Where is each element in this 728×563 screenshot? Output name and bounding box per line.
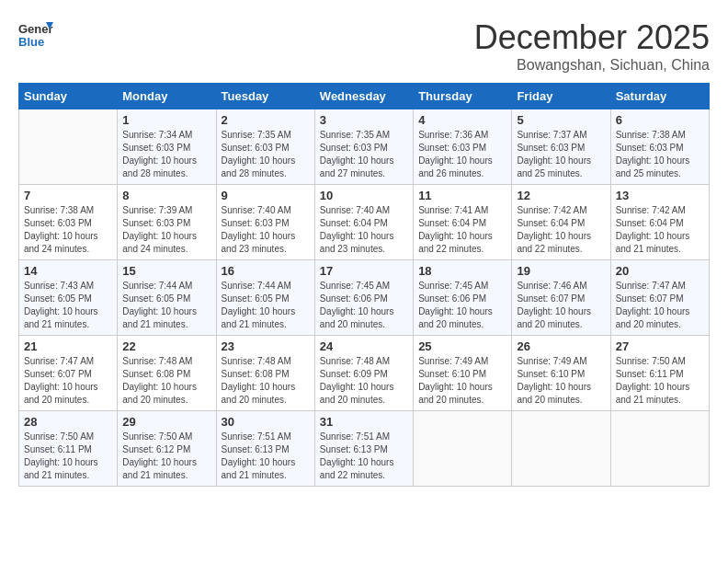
day-number: 16: [222, 264, 310, 278]
column-header-thursday: Thursday: [414, 84, 512, 109]
day-number: 7: [24, 189, 112, 202]
calendar-cell: 27Sunrise: 7:50 AMSunset: 6:11 PMDayligh…: [610, 336, 709, 411]
day-number: 29: [122, 415, 210, 429]
day-number: 13: [616, 189, 704, 202]
calendar-cell: 18Sunrise: 7:45 AMSunset: 6:06 PMDayligh…: [414, 260, 512, 336]
day-info: Sunrise: 7:45 AMSunset: 6:06 PMDaylight:…: [418, 280, 506, 331]
calendar-week-row: 14Sunrise: 7:43 AMSunset: 6:05 PMDayligh…: [19, 260, 710, 336]
column-header-sunday: Sunday: [19, 84, 118, 109]
calendar-header-row: SundayMondayTuesdayWednesdayThursdayFrid…: [19, 84, 710, 109]
day-number: 3: [320, 113, 408, 127]
month-title: December 2025: [474, 18, 710, 57]
day-number: 14: [24, 264, 112, 278]
day-info: Sunrise: 7:43 AMSunset: 6:05 PMDaylight:…: [24, 280, 112, 331]
calendar-week-row: 28Sunrise: 7:50 AMSunset: 6:11 PMDayligh…: [19, 411, 710, 487]
calendar-cell: 12Sunrise: 7:42 AMSunset: 6:04 PMDayligh…: [512, 185, 610, 260]
calendar-cell: 19Sunrise: 7:46 AMSunset: 6:07 PMDayligh…: [512, 260, 610, 336]
calendar-cell: 9Sunrise: 7:40 AMSunset: 6:03 PMDaylight…: [216, 185, 314, 260]
calendar-cell: 2Sunrise: 7:35 AMSunset: 6:03 PMDaylight…: [216, 109, 314, 185]
day-info: Sunrise: 7:37 AMSunset: 6:03 PMDaylight:…: [517, 129, 605, 180]
day-number: 23: [222, 339, 310, 353]
day-info: Sunrise: 7:44 AMSunset: 6:05 PMDaylight:…: [222, 280, 310, 331]
day-info: Sunrise: 7:46 AMSunset: 6:07 PMDaylight:…: [517, 280, 605, 331]
day-number: 26: [517, 339, 605, 353]
day-info: Sunrise: 7:42 AMSunset: 6:04 PMDaylight:…: [517, 204, 605, 256]
day-number: 15: [122, 264, 210, 278]
day-info: Sunrise: 7:49 AMSunset: 6:10 PMDaylight:…: [517, 355, 605, 407]
location-subtitle: Bowangshan, Sichuan, China: [474, 57, 710, 74]
day-info: Sunrise: 7:48 AMSunset: 6:09 PMDaylight:…: [320, 355, 408, 407]
day-number: 9: [222, 189, 310, 202]
calendar-cell: 26Sunrise: 7:49 AMSunset: 6:10 PMDayligh…: [512, 336, 610, 411]
day-number: 30: [222, 415, 310, 429]
day-number: 8: [122, 189, 210, 202]
calendar-table: SundayMondayTuesdayWednesdayThursdayFrid…: [18, 83, 710, 487]
calendar-cell: [512, 411, 610, 487]
day-number: 12: [517, 189, 605, 202]
day-info: Sunrise: 7:49 AMSunset: 6:10 PMDaylight:…: [418, 355, 506, 407]
title-block: December 2025 Bowangshan, Sichuan, China: [474, 18, 710, 74]
day-number: 24: [320, 339, 408, 353]
calendar-cell: 5Sunrise: 7:37 AMSunset: 6:03 PMDaylight…: [512, 109, 610, 185]
day-info: Sunrise: 7:36 AMSunset: 6:03 PMDaylight:…: [418, 129, 506, 180]
calendar-cell: 25Sunrise: 7:49 AMSunset: 6:10 PMDayligh…: [414, 336, 512, 411]
calendar-cell: [19, 109, 118, 185]
logo: General Blue: [18, 18, 53, 53]
day-number: 19: [517, 264, 605, 278]
column-header-tuesday: Tuesday: [216, 84, 314, 109]
calendar-cell: 24Sunrise: 7:48 AMSunset: 6:09 PMDayligh…: [314, 336, 413, 411]
column-header-wednesday: Wednesday: [314, 84, 413, 109]
day-info: Sunrise: 7:47 AMSunset: 6:07 PMDaylight:…: [616, 280, 704, 331]
calendar-cell: 7Sunrise: 7:38 AMSunset: 6:03 PMDaylight…: [19, 185, 118, 260]
calendar-cell: 8Sunrise: 7:39 AMSunset: 6:03 PMDaylight…: [118, 185, 216, 260]
calendar-cell: 20Sunrise: 7:47 AMSunset: 6:07 PMDayligh…: [610, 260, 709, 336]
day-info: Sunrise: 7:35 AMSunset: 6:03 PMDaylight:…: [222, 129, 310, 180]
day-number: 2: [222, 113, 310, 127]
day-info: Sunrise: 7:48 AMSunset: 6:08 PMDaylight:…: [122, 355, 210, 407]
day-info: Sunrise: 7:44 AMSunset: 6:05 PMDaylight:…: [122, 280, 210, 331]
calendar-cell: [610, 411, 709, 487]
logo-svg: General Blue: [18, 18, 53, 53]
day-info: Sunrise: 7:50 AMSunset: 6:11 PMDaylight:…: [24, 431, 112, 482]
calendar-cell: 16Sunrise: 7:44 AMSunset: 6:05 PMDayligh…: [216, 260, 314, 336]
day-number: 22: [122, 339, 210, 353]
calendar-cell: 14Sunrise: 7:43 AMSunset: 6:05 PMDayligh…: [19, 260, 118, 336]
day-number: 27: [616, 339, 704, 353]
day-number: 10: [320, 189, 408, 202]
day-info: Sunrise: 7:42 AMSunset: 6:04 PMDaylight:…: [616, 204, 704, 256]
day-info: Sunrise: 7:41 AMSunset: 6:04 PMDaylight:…: [418, 204, 506, 256]
calendar-cell: [414, 411, 512, 487]
day-info: Sunrise: 7:38 AMSunset: 6:03 PMDaylight:…: [616, 129, 704, 180]
calendar-cell: 22Sunrise: 7:48 AMSunset: 6:08 PMDayligh…: [118, 336, 216, 411]
day-number: 20: [616, 264, 704, 278]
day-number: 1: [122, 113, 210, 127]
day-info: Sunrise: 7:34 AMSunset: 6:03 PMDaylight:…: [122, 129, 210, 180]
day-number: 31: [320, 415, 408, 429]
day-number: 11: [418, 189, 506, 202]
day-number: 28: [24, 415, 112, 429]
svg-text:Blue: Blue: [18, 35, 44, 49]
calendar-cell: 4Sunrise: 7:36 AMSunset: 6:03 PMDaylight…: [414, 109, 512, 185]
day-info: Sunrise: 7:38 AMSunset: 6:03 PMDaylight:…: [24, 204, 112, 256]
day-info: Sunrise: 7:40 AMSunset: 6:04 PMDaylight:…: [320, 204, 408, 256]
calendar-cell: 29Sunrise: 7:50 AMSunset: 6:12 PMDayligh…: [118, 411, 216, 487]
calendar-week-row: 21Sunrise: 7:47 AMSunset: 6:07 PMDayligh…: [19, 336, 710, 411]
day-number: 5: [517, 113, 605, 127]
calendar-cell: 15Sunrise: 7:44 AMSunset: 6:05 PMDayligh…: [118, 260, 216, 336]
day-info: Sunrise: 7:51 AMSunset: 6:13 PMDaylight:…: [222, 431, 310, 482]
calendar-cell: 11Sunrise: 7:41 AMSunset: 6:04 PMDayligh…: [414, 185, 512, 260]
calendar-week-row: 7Sunrise: 7:38 AMSunset: 6:03 PMDaylight…: [19, 185, 710, 260]
calendar-week-row: 1Sunrise: 7:34 AMSunset: 6:03 PMDaylight…: [19, 109, 710, 185]
day-number: 6: [616, 113, 704, 127]
day-info: Sunrise: 7:50 AMSunset: 6:11 PMDaylight:…: [616, 355, 704, 407]
column-header-saturday: Saturday: [610, 84, 709, 109]
calendar-cell: 13Sunrise: 7:42 AMSunset: 6:04 PMDayligh…: [610, 185, 709, 260]
calendar-cell: 23Sunrise: 7:48 AMSunset: 6:08 PMDayligh…: [216, 336, 314, 411]
calendar-cell: 21Sunrise: 7:47 AMSunset: 6:07 PMDayligh…: [19, 336, 118, 411]
day-number: 17: [320, 264, 408, 278]
day-number: 25: [418, 339, 506, 353]
column-header-monday: Monday: [118, 84, 216, 109]
column-header-friday: Friday: [512, 84, 610, 109]
day-info: Sunrise: 7:50 AMSunset: 6:12 PMDaylight:…: [122, 431, 210, 482]
page-header: General Blue December 2025 Bowangshan, S…: [18, 18, 710, 74]
